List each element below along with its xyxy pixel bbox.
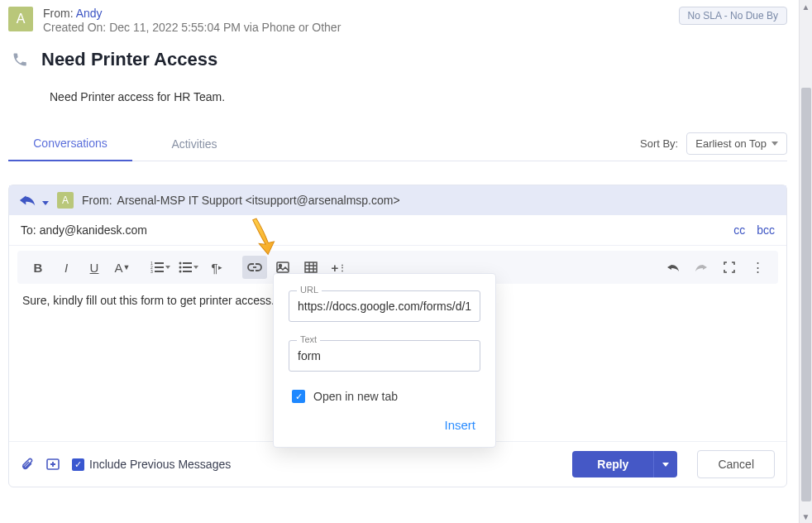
reply-dropdown-button[interactable]	[653, 451, 677, 477]
scroll-down-icon[interactable]: ▼	[800, 510, 813, 523]
compose-from-value: Arsenal-MSP IT Support <itsupport@arsena…	[117, 194, 400, 207]
chevron-down-icon	[771, 142, 778, 146]
svg-rect-1	[155, 266, 164, 268]
insert-link-popover: URL Text ✓ Open in new tab Insert	[273, 273, 496, 448]
undo-button[interactable]	[661, 256, 685, 279]
phone-icon	[12, 51, 28, 68]
link-button[interactable]	[242, 256, 267, 279]
from-label: From:	[43, 7, 74, 20]
ordered-list-button[interactable]: 123	[148, 256, 173, 279]
more-options-button[interactable]: ⋮	[745, 256, 770, 279]
svg-rect-9	[183, 262, 192, 264]
svg-point-8	[179, 271, 182, 273]
sla-badge: No SLA - No Due By	[679, 7, 787, 25]
scrollbar-thumb[interactable]	[801, 88, 811, 501]
checkbox-checked-icon: ✓	[72, 458, 84, 471]
compose-from-label: From:	[82, 194, 112, 207]
from-name[interactable]: Andy	[76, 7, 103, 20]
redo-button[interactable]	[689, 256, 714, 279]
cancel-button[interactable]: Cancel	[697, 450, 775, 478]
svg-rect-14	[305, 262, 317, 272]
svg-rect-11	[183, 271, 192, 272]
unordered-list-button[interactable]	[176, 256, 201, 279]
tab-activities[interactable]: Activities	[132, 127, 256, 161]
svg-point-6	[179, 262, 182, 265]
reply-icon[interactable]	[19, 194, 37, 207]
to-value[interactable]: andy@kanidesk.com	[40, 223, 147, 237]
reply-button[interactable]: Reply	[572, 451, 653, 477]
compose-avatar: A	[57, 192, 74, 209]
text-input[interactable]	[289, 340, 480, 372]
ticket-title: Need Printer Access	[41, 49, 217, 70]
svg-rect-10	[183, 266, 192, 268]
svg-point-7	[179, 266, 182, 269]
bold-button[interactable]: B	[26, 256, 50, 279]
fullscreen-button[interactable]	[717, 256, 742, 279]
canned-response-button[interactable]	[45, 457, 60, 472]
paragraph-button[interactable]: ¶▸	[204, 256, 229, 279]
svg-rect-12	[277, 262, 289, 272]
tab-conversations[interactable]: Conversations	[8, 127, 132, 161]
from-line: From: Andy	[43, 7, 669, 20]
ticket-description: Need Printer access for HR Team.	[50, 90, 787, 103]
created-on: Created On: Dec 11, 2022 5:55:04 PM via …	[43, 21, 669, 34]
sort-by-label: Sort By:	[640, 137, 678, 150]
avatar: A	[8, 7, 33, 31]
text-field-label: Text	[297, 334, 320, 344]
insert-button[interactable]: Insert	[439, 415, 480, 435]
include-previous-label: Include Previous Messages	[89, 458, 231, 471]
url-field-label: URL	[297, 285, 322, 295]
underline-button[interactable]: U	[82, 256, 107, 279]
cc-button[interactable]: cc	[733, 223, 745, 237]
checkbox-checked-icon: ✓	[292, 390, 305, 403]
scroll-up-icon[interactable]: ▲	[800, 0, 813, 13]
open-new-tab-label: Open in new tab	[313, 390, 398, 403]
include-previous-checkbox[interactable]: ✓ Include Previous Messages	[72, 458, 231, 471]
sort-by-select[interactable]: Earliest on Top	[686, 132, 787, 155]
svg-rect-0	[155, 262, 164, 264]
editor-text: Sure, kindly fill out this form to get p…	[22, 294, 275, 307]
italic-button[interactable]: I	[54, 256, 79, 279]
svg-rect-2	[155, 271, 164, 272]
reply-mode-dropdown[interactable]	[42, 201, 49, 205]
attachment-button[interactable]	[21, 457, 34, 472]
to-label: To:	[21, 223, 36, 237]
vertical-scrollbar[interactable]: ▲ ▼	[799, 0, 812, 523]
sort-by-value: Earliest on Top	[695, 137, 767, 150]
open-new-tab-checkbox[interactable]: ✓ Open in new tab	[292, 390, 480, 403]
font-button[interactable]: A▼	[110, 256, 135, 279]
svg-text:3: 3	[150, 269, 153, 273]
bcc-button[interactable]: bcc	[757, 223, 775, 237]
annotation-arrow-icon	[246, 216, 283, 257]
url-input[interactable]	[289, 290, 480, 322]
